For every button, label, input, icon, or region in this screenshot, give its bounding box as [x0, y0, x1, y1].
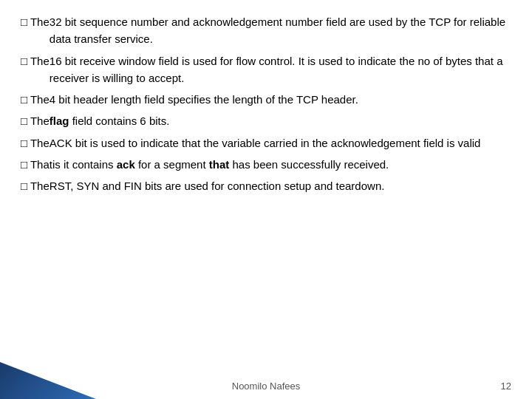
bullet-marker-5: □ The — [21, 134, 50, 151]
bullet-text-2: 16 bit receive window field is used for … — [50, 52, 511, 87]
bullet-item-3: □ The 4 bit header length field specifie… — [21, 91, 511, 108]
bullet-marker-7: □ The — [21, 177, 50, 194]
bullet-text-5: ACK bit is used to indicate that the var… — [50, 134, 511, 151]
bullet-item-6: □ That is it contains ack for a segment … — [21, 156, 511, 173]
bullet-marker-6: □ That — [21, 156, 52, 173]
footer-name: Noomilo Nafees — [232, 381, 301, 392]
that-bold: that — [209, 158, 230, 171]
ack-bold: ack — [117, 158, 135, 171]
bullet-text-3: 4 bit header length field specifies the … — [50, 91, 511, 108]
bullet-item-7: □ The RST, SYN and FIN bits are used for… — [21, 177, 511, 194]
bullet-marker-1: □ The — [21, 13, 50, 30]
bullet-item-2: □ The 16 bit receive window field is use… — [21, 52, 511, 87]
bullet-marker-4: □ The — [21, 112, 50, 129]
bullet-text-7: RST, SYN and FIN bits are used for conne… — [50, 177, 511, 194]
main-content: □ The 32 bit sequence number and acknowl… — [0, 0, 532, 206]
bullet-item-5: □ The ACK bit is used to indicate that t… — [21, 134, 511, 151]
bullet-marker-2: □ The — [21, 52, 50, 69]
bullet-text-1: 32 bit sequence number and acknowledgeme… — [50, 13, 511, 48]
bullet-text-6: is it contains ack for a segment that ha… — [52, 156, 511, 173]
footer-page: 12 — [501, 381, 511, 392]
footer-overlay: 12 — [0, 361, 532, 399]
bullet-item-1: □ The 32 bit sequence number and acknowl… — [21, 13, 511, 48]
flag-bold: flag — [50, 115, 69, 127]
bullet-text-4: flag field contains 6 bits. — [50, 112, 511, 129]
bullet-item-4: □ The flag field contains 6 bits. — [21, 112, 511, 129]
bullet-marker-3: □ The — [21, 91, 50, 108]
